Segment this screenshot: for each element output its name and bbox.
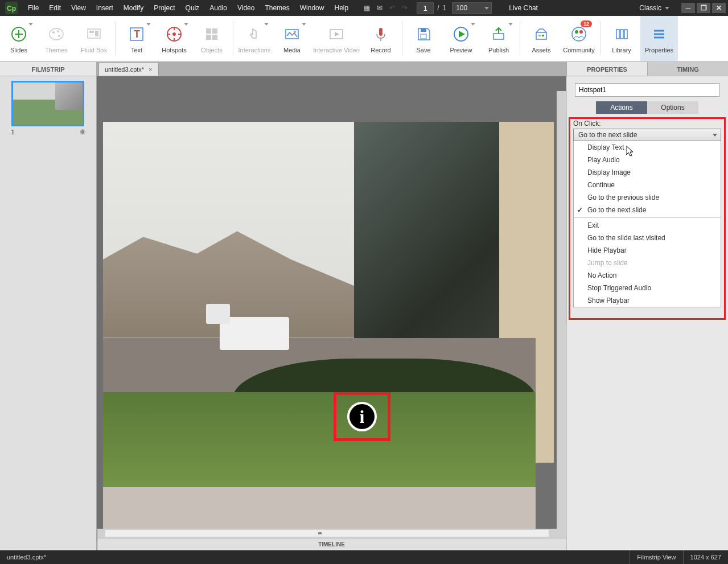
action-option[interactable]: Go to the slide last visited: [574, 232, 721, 244]
live-chat-link[interactable]: Live Chat: [509, 4, 538, 12]
slides-icon: [9, 24, 29, 44]
slide-thumbnail[interactable]: 1 ◉: [11, 81, 85, 135]
info-icon: i: [347, 402, 377, 431]
action-option[interactable]: Go to the previous slide: [574, 191, 721, 204]
subtab-actions[interactable]: Actions: [596, 101, 647, 114]
record-tool[interactable]: Record: [362, 16, 400, 61]
text-tool[interactable]: T Text: [118, 16, 155, 61]
subtab-options[interactable]: Options: [647, 101, 698, 114]
fluidbox-tool[interactable]: Fluid Box: [75, 16, 113, 61]
tab-properties[interactable]: PROPERTIES: [566, 62, 647, 76]
action-option[interactable]: Show Playbar: [574, 294, 721, 307]
svg-rect-28: [379, 28, 382, 36]
menu-window[interactable]: Window: [295, 0, 330, 16]
save-tool[interactable]: Save: [405, 16, 442, 61]
close-button[interactable]: ✕: [712, 3, 726, 13]
menu-video[interactable]: Video: [232, 0, 260, 16]
hotspots-tool[interactable]: Hotspots: [155, 16, 193, 61]
action-option[interactable]: Hide Playbar: [574, 244, 721, 257]
page-current-input[interactable]: [417, 2, 434, 14]
menu-edit[interactable]: Edit: [44, 0, 66, 16]
menu-modify[interactable]: Modify: [118, 0, 149, 16]
menu-insert[interactable]: Insert: [91, 0, 118, 16]
palette-icon: [46, 24, 67, 44]
mail-icon[interactable]: ✉: [377, 4, 382, 12]
action-option[interactable]: Display Image: [574, 166, 721, 179]
menu-help[interactable]: Help: [329, 0, 353, 16]
library-tool[interactable]: Library: [603, 16, 640, 61]
tab-close-icon[interactable]: ×: [149, 66, 152, 73]
action-option[interactable]: Play Audio: [574, 154, 721, 166]
action-option: Jump to slide: [574, 257, 721, 269]
undo-icon[interactable]: ↶: [389, 4, 395, 12]
media-icon: [282, 24, 302, 44]
right-panel-tabs: PROPERTIES TIMING: [566, 62, 728, 76]
publish-icon: [488, 24, 509, 44]
document-tab[interactable]: untitled3.cptx* ×: [98, 62, 159, 76]
action-option[interactable]: Exit: [574, 219, 721, 232]
svg-point-8: [58, 35, 60, 37]
action-option[interactable]: Go to the next slide: [574, 204, 721, 216]
thumbnail-number: 1: [11, 129, 85, 135]
menu-file[interactable]: File: [23, 0, 44, 16]
menu-quiz[interactable]: Quiz: [180, 0, 205, 16]
svg-rect-36: [538, 35, 541, 36]
action-option[interactable]: Continue: [574, 179, 721, 191]
menu-themes[interactable]: Themes: [260, 0, 294, 16]
redo-icon[interactable]: ↷: [402, 4, 408, 12]
svg-text:Cp: Cp: [7, 5, 16, 13]
hotspot-selection[interactable]: i: [334, 392, 390, 441]
statusbar: untitled3.cptx* Filmstrip View 1024 x 62…: [0, 550, 728, 564]
preview-tool[interactable]: Preview: [442, 16, 480, 61]
slide-canvas[interactable]: i: [103, 122, 536, 537]
on-click-action-select[interactable]: Go to the next slide: [573, 129, 721, 141]
record-icon: [371, 24, 391, 44]
maximize-button[interactable]: ❐: [697, 3, 710, 13]
vertical-scrollbar[interactable]: [557, 91, 566, 538]
publish-tool[interactable]: Publish: [480, 16, 517, 61]
properties-panel: Actions Options On Click: Go to the next…: [566, 76, 728, 550]
chevron-down-icon: [28, 23, 33, 26]
menu-view[interactable]: View: [66, 0, 91, 16]
themes-tool[interactable]: Themes: [38, 16, 75, 61]
interactive-video-icon: [326, 24, 347, 44]
menu-audio[interactable]: Audio: [204, 0, 232, 16]
svg-rect-30: [421, 28, 426, 32]
zoom-select[interactable]: 100: [452, 2, 492, 14]
horizontal-scrollbar[interactable]: [97, 529, 557, 538]
properties-icon: [649, 24, 669, 44]
status-dimensions: 1024 x 627: [683, 550, 728, 564]
library-icon: [611, 24, 632, 44]
workspace-select[interactable]: Classic: [634, 4, 675, 12]
slides-tool[interactable]: Slides: [0, 16, 38, 61]
svg-rect-34: [493, 34, 504, 39]
page-number-control: / 1: [417, 2, 446, 14]
main-area: 1 ◉ i TIMELINE Actions Options On Click:…: [0, 76, 728, 550]
object-name-input[interactable]: [575, 83, 719, 97]
community-tool[interactable]: 12 Community: [560, 16, 598, 61]
action-option[interactable]: Display Text: [574, 141, 721, 154]
vr-icon: ◉: [80, 127, 85, 135]
svg-point-6: [52, 31, 55, 34]
assets-tool[interactable]: Assets: [523, 16, 560, 61]
interactions-tool[interactable]: Interactions: [236, 16, 273, 61]
action-option[interactable]: No Action: [574, 269, 721, 282]
timeline-panel-header[interactable]: TIMELINE: [97, 538, 566, 550]
menubar: Cp FileEditViewInsertModifyProjectQuizAu…: [0, 0, 728, 16]
action-dropdown-list: Display TextPlay AudioDisplay ImageConti…: [573, 141, 721, 307]
menu-project[interactable]: Project: [149, 0, 180, 16]
layout-icon[interactable]: ▦: [364, 4, 370, 12]
assets-icon: [531, 24, 552, 44]
tab-timing[interactable]: TIMING: [647, 62, 728, 76]
preview-icon: [451, 24, 471, 44]
hotspot-icon: [164, 24, 184, 44]
objects-tool[interactable]: Objects: [193, 16, 231, 61]
svg-rect-20: [206, 28, 211, 34]
action-option[interactable]: Stop Triggered Audio: [574, 282, 721, 294]
text-icon: T: [126, 24, 147, 44]
chevron-down-icon: [471, 23, 475, 26]
properties-tool[interactable]: Properties: [640, 16, 678, 61]
interactive-video-tool[interactable]: Interactive Video: [311, 16, 362, 61]
media-tool[interactable]: Media: [273, 16, 311, 61]
minimize-button[interactable]: ─: [681, 3, 695, 13]
